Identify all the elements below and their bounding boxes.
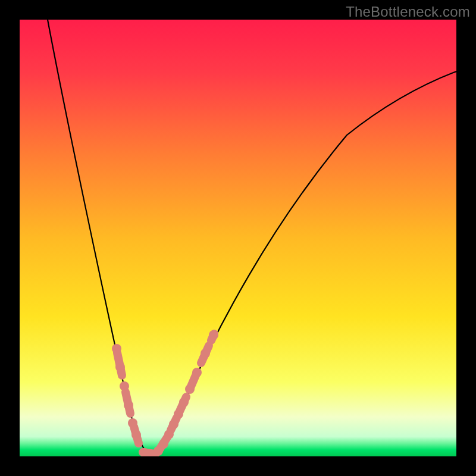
curve-layer	[20, 20, 456, 456]
svg-point-20	[159, 439, 168, 449]
svg-point-13	[120, 381, 129, 391]
svg-point-16	[131, 430, 141, 440]
plot-area	[20, 20, 456, 456]
watermark-text: TheBottleneck.com	[346, 4, 470, 20]
curve-left-branch	[48, 20, 152, 456]
svg-point-11	[112, 344, 121, 353]
svg-point-12	[115, 362, 125, 372]
svg-point-15	[128, 418, 137, 428]
svg-point-25	[185, 384, 195, 394]
svg-point-22	[169, 419, 178, 429]
svg-point-28	[209, 330, 218, 340]
svg-point-21	[164, 430, 174, 439]
svg-point-24	[179, 397, 189, 407]
chart-frame: TheBottleneck.com	[0, 0, 476, 476]
svg-point-23	[174, 409, 183, 419]
svg-point-26	[192, 368, 202, 377]
svg-point-14	[124, 400, 133, 410]
curve-right-branch	[152, 71, 456, 456]
svg-point-27	[201, 349, 210, 358]
